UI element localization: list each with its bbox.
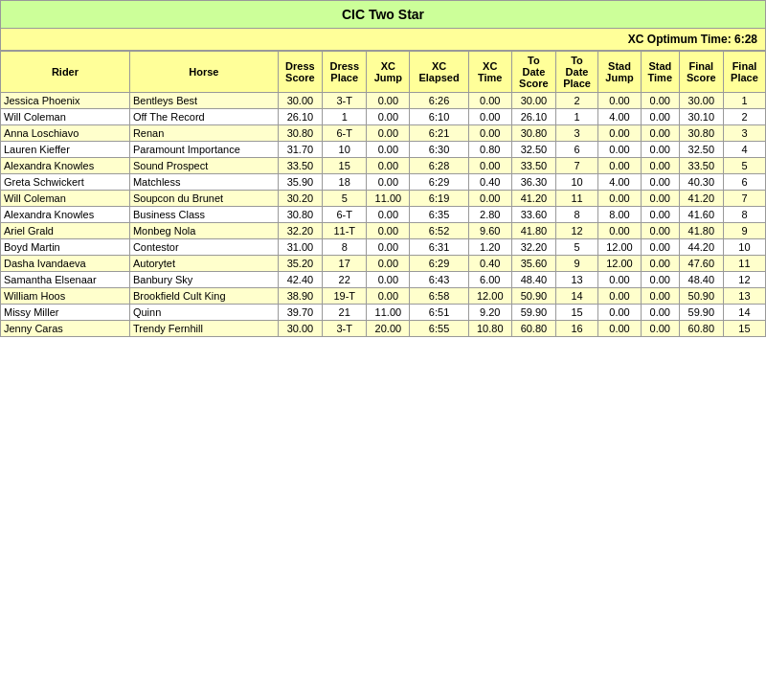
col-xc-elapsed: XCElapsed (410, 52, 468, 93)
cell-stad_jump: 0.00 (598, 305, 642, 321)
cell-dress_score: 35.20 (278, 256, 322, 272)
cell-xc_jump: 0.00 (367, 288, 410, 305)
cell-final_place: 12 (723, 272, 765, 288)
cell-stad_jump: 0.00 (598, 158, 642, 174)
cell-stad_time: 0.00 (641, 207, 679, 223)
table-row: Will ColemanSoupcon du Brunet30.20511.00… (1, 191, 766, 207)
table-row: Anna LoschiavoRenan30.806-T0.006:210.003… (1, 125, 766, 142)
cell-to_date_place: 3 (556, 125, 598, 142)
cell-xc_elapsed: 6:51 (410, 305, 468, 321)
cell-final_score: 32.50 (679, 142, 723, 158)
table-row: Alexandra KnowlesSound Prospect33.50150.… (1, 158, 766, 174)
cell-xc_time: 6.00 (468, 272, 511, 288)
cell-stad_time: 0.00 (641, 125, 679, 142)
cell-to_date_score: 32.50 (511, 142, 555, 158)
cell-dress_score: 38.90 (278, 288, 322, 305)
col-xc-time: XCTime (468, 52, 511, 93)
cell-dress_place: 10 (323, 142, 367, 158)
cell-final_place: 9 (723, 223, 765, 239)
cell-xc_jump: 0.00 (367, 142, 410, 158)
cell-final_score: 47.60 (679, 256, 723, 272)
cell-to_date_score: 36.30 (511, 174, 555, 191)
cell-final_score: 48.40 (679, 272, 723, 288)
table-row: Samantha ElsenaarBanbury Sky42.40220.006… (1, 272, 766, 288)
cell-rider: Will Coleman (1, 191, 130, 207)
cell-rider: Anna Loschiavo (1, 125, 130, 142)
table-row: Jenny CarasTrendy Fernhill30.003-T20.006… (1, 321, 766, 337)
cell-dress_place: 21 (323, 305, 367, 321)
optimum-time-text: XC Optimum Time: 6:28 (628, 33, 757, 46)
cell-to_date_score: 26.10 (511, 109, 555, 125)
cell-xc_elapsed: 6:31 (410, 239, 468, 256)
cell-to_date_place: 10 (556, 174, 598, 191)
cell-to_date_place: 12 (556, 223, 598, 239)
col-rider: Rider (1, 52, 130, 93)
cell-to_date_score: 30.80 (511, 125, 555, 142)
cell-horse: Brookfield Cult King (129, 288, 278, 305)
cell-xc_elapsed: 6:21 (410, 125, 468, 142)
cell-xc_time: 9.20 (468, 305, 511, 321)
cell-to_date_place: 9 (556, 256, 598, 272)
cell-dress_score: 31.00 (278, 239, 322, 256)
cell-xc_time: 10.80 (468, 321, 511, 337)
cell-final_place: 1 (723, 93, 765, 109)
cell-to_date_place: 16 (556, 321, 598, 337)
cell-final_score: 30.00 (679, 93, 723, 109)
cell-dress_score: 32.20 (278, 223, 322, 239)
cell-final_place: 5 (723, 158, 765, 174)
cell-horse: Matchless (129, 174, 278, 191)
cell-rider: Dasha Ivandaeva (1, 256, 130, 272)
cell-horse: Business Class (129, 207, 278, 223)
cell-stad_jump: 0.00 (598, 125, 642, 142)
cell-to_date_place: 7 (556, 158, 598, 174)
cell-dress_score: 35.90 (278, 174, 322, 191)
cell-xc_jump: 11.00 (367, 191, 410, 207)
cell-to_date_place: 2 (556, 93, 598, 109)
cell-xc_elapsed: 6:29 (410, 174, 468, 191)
cell-stad_time: 0.00 (641, 109, 679, 125)
cell-rider: Jessica Phoenix (1, 93, 130, 109)
cell-dress_place: 3-T (323, 321, 367, 337)
table-body: Jessica PhoenixBentleys Best30.003-T0.00… (1, 93, 766, 337)
cell-dress_score: 26.10 (278, 109, 322, 125)
cell-final_score: 41.80 (679, 223, 723, 239)
cell-dress_score: 33.50 (278, 158, 322, 174)
cell-stad_time: 0.00 (641, 174, 679, 191)
cell-xc_elapsed: 6:10 (410, 109, 468, 125)
cell-to_date_place: 15 (556, 305, 598, 321)
cell-horse: Trendy Fernhill (129, 321, 278, 337)
cell-xc_jump: 0.00 (367, 93, 410, 109)
cell-dress_place: 8 (323, 239, 367, 256)
cell-final_place: 7 (723, 191, 765, 207)
cell-xc_jump: 0.00 (367, 174, 410, 191)
cell-xc_elapsed: 6:43 (410, 272, 468, 288)
cell-horse: Soupcon du Brunet (129, 191, 278, 207)
cell-stad_time: 0.00 (641, 305, 679, 321)
cell-dress_place: 6-T (323, 125, 367, 142)
cell-xc_time: 0.00 (468, 125, 511, 142)
table-row: Will ColemanOff The Record26.1010.006:10… (1, 109, 766, 125)
cell-dress_place: 18 (323, 174, 367, 191)
cell-xc_time: 0.40 (468, 256, 511, 272)
cell-to_date_score: 41.80 (511, 223, 555, 239)
col-dress-score: DressScore (278, 52, 322, 93)
col-final-place: FinalPlace (723, 52, 765, 93)
cell-xc_elapsed: 6:19 (410, 191, 468, 207)
cell-to_date_score: 32.20 (511, 239, 555, 256)
cell-xc_time: 1.20 (468, 239, 511, 256)
results-table: Rider Horse DressScore DressPlace XCJump… (0, 51, 766, 337)
cell-stad_jump: 4.00 (598, 109, 642, 125)
cell-dress_place: 11-T (323, 223, 367, 239)
cell-xc_jump: 20.00 (367, 321, 410, 337)
cell-rider: Alexandra Knowles (1, 158, 130, 174)
cell-dress_score: 30.00 (278, 93, 322, 109)
col-stad-time: StadTime (641, 52, 679, 93)
cell-final_score: 59.90 (679, 305, 723, 321)
cell-stad_jump: 0.00 (598, 272, 642, 288)
cell-stad_jump: 0.00 (598, 93, 642, 109)
table-row: Jessica PhoenixBentleys Best30.003-T0.00… (1, 93, 766, 109)
cell-xc_elapsed: 6:26 (410, 93, 468, 109)
cell-to_date_score: 60.80 (511, 321, 555, 337)
cell-rider: Alexandra Knowles (1, 207, 130, 223)
cell-dress_place: 22 (323, 272, 367, 288)
